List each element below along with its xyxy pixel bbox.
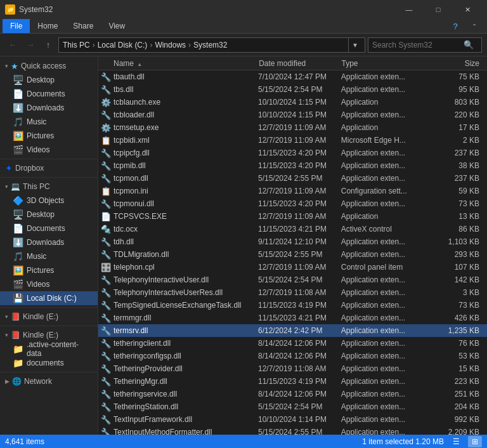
sidebar-item-active-content[interactable]: 📁 .active-content-data <box>0 342 98 356</box>
table-row[interactable]: ⚙️ tcmsetup.exe 12/7/2019 11:09 AM Appli… <box>98 121 487 134</box>
table-row[interactable]: 📄 TCPSVCS.EXE 12/7/2019 11:09 AM Applica… <box>98 210 487 223</box>
col-type-header[interactable]: Type <box>342 59 439 68</box>
path-system32[interactable]: System32 <box>193 41 227 49</box>
table-row[interactable]: 🔧 tbs.dll 5/15/2024 2:54 PM Application … <box>98 83 487 96</box>
col-size-header[interactable]: Size <box>438 59 484 68</box>
path-localdisk[interactable]: Local Disk (C:) <box>98 41 148 49</box>
file-name-cell: ⚙️ tcblaunch.exe <box>101 98 258 107</box>
table-row[interactable]: ⚙️ tcblaunch.exe 10/10/2024 1:15 PM Appl… <box>98 96 487 109</box>
sidebar-label-desktop2: Desktop <box>27 210 55 219</box>
sidebar-item-pictures2[interactable]: 🖼️ Pictures <box>0 263 98 277</box>
table-row[interactable]: 🔧 tetheringservice.dll 8/14/2024 12:06 P… <box>98 388 487 400</box>
file-list[interactable]: 🔧 tbauth.dll 7/10/2024 12:47 PM Applicat… <box>98 70 487 435</box>
table-row[interactable]: 🔧 tcpmib.dll 11/15/2023 4:20 PM Applicat… <box>98 159 487 172</box>
table-row[interactable]: 🔧 tcpmonui.dll 11/15/2023 4:20 PM Applic… <box>98 197 487 210</box>
table-row[interactable]: 🔧 tcbloader.dll 10/10/2024 1:15 PM Appli… <box>98 109 487 121</box>
sidebar-item-music[interactable]: 🎵 Music <box>0 115 98 129</box>
table-row[interactable]: 🔧 TelephonyInteractiveUserRes.dll 12/7/2… <box>98 286 487 299</box>
file-size-cell: 223 KB <box>438 377 484 386</box>
sidebar-item-desktop2[interactable]: 🖥️ Desktop <box>0 208 98 221</box>
file-date-cell: 10/10/2024 1:15 PM <box>258 98 341 107</box>
file-icon: 🔧 <box>101 161 111 171</box>
sidebar-divider-4 <box>0 326 98 326</box>
file-date-cell: 11/15/2023 4:19 PM <box>258 301 341 310</box>
sidebar-item-documents2[interactable]: 📄 Documents <box>0 221 98 235</box>
table-row[interactable]: 🔧 termsrv.dll 6/12/2024 2:42 PM Applicat… <box>98 324 487 337</box>
sidebar-item-thispc[interactable]: ▾ 💻 This PC <box>0 180 98 194</box>
sidebar-item-videos2[interactable]: 🎬 Videos <box>0 277 98 291</box>
search-input[interactable] <box>372 41 461 49</box>
file-icon: 🔧 <box>101 339 111 348</box>
sidebar-item-downloads[interactable]: ⬇️ Downloads <box>0 101 98 115</box>
table-row[interactable]: 🔧 tbauth.dll 7/10/2024 12:47 PM Applicat… <box>98 70 487 83</box>
table-row[interactable]: 🎛️ telephon.cpl 12/7/2019 11:09 AM Contr… <box>98 261 487 273</box>
sidebar-label-music: Music <box>27 117 46 126</box>
col-date-header[interactable]: Date modified <box>259 59 341 68</box>
minimize-button[interactable]: — <box>394 0 424 19</box>
tab-file[interactable]: File <box>3 19 30 33</box>
sidebar-item-network[interactable]: ▶ 🌐 Network <box>0 374 98 388</box>
file-icon: 🔧 <box>101 364 111 374</box>
collapse-ribbon-button[interactable]: ⌃ <box>467 18 482 34</box>
file-size-cell: 86 KB <box>438 225 484 234</box>
status-right: 1 item selected 1.20 MB ☰ ⊞ <box>362 436 482 447</box>
table-row[interactable]: 🔧 tcpipcfg.dll 11/15/2023 4:20 PM Applic… <box>98 147 487 159</box>
tab-view[interactable]: View <box>101 19 133 33</box>
table-row[interactable]: 🔧 tcpmon.dll 5/15/2024 2:55 PM Applicati… <box>98 172 487 185</box>
desktop-icon: 🖥️ <box>13 75 23 85</box>
music-icon: 🎵 <box>13 117 23 127</box>
sidebar-item-localdisk[interactable]: 💾 Local Disk (C:) <box>0 291 98 305</box>
sidebar-item-documents[interactable]: 📄 Documents <box>0 87 98 101</box>
table-row[interactable]: 📋 tcpbidi.xml 12/7/2019 11:09 AM Microso… <box>98 134 487 147</box>
table-row[interactable]: 🔧 tetheringconfigsp.dll 8/14/2024 12:06 … <box>98 350 487 362</box>
table-row[interactable]: 🔧 TetheringStation.dll 5/15/2024 2:54 PM… <box>98 400 487 413</box>
title-controls: — □ ✕ <box>394 0 482 19</box>
file-date-cell: 11/15/2023 4:20 PM <box>258 148 341 157</box>
table-row[interactable]: 🔧 tdh.dll 9/11/2024 12:10 PM Application… <box>98 235 487 248</box>
path-windows[interactable]: Windows <box>155 41 186 49</box>
sidebar-item-pictures[interactable]: 🖼️ Pictures <box>0 129 98 143</box>
close-button[interactable]: ✕ <box>453 0 482 19</box>
tab-share[interactable]: Share <box>65 19 101 33</box>
sidebar-item-music2[interactable]: 🎵 Music <box>0 249 98 263</box>
table-row[interactable]: 🔧 TextInputFramework.dll 10/10/2024 1:14… <box>98 413 487 426</box>
table-row[interactable]: 🔧 TDLMigration.dll 5/15/2024 2:55 PM App… <box>98 248 487 261</box>
table-row[interactable]: 🔧 tetheringclient.dll 8/14/2024 12:06 PM… <box>98 337 487 350</box>
quick-access-header[interactable]: ▾ ★ Quick access <box>0 59 98 73</box>
table-row[interactable]: 📋 tcpmon.ini 12/7/2019 11:09 AM Configur… <box>98 185 487 197</box>
search-icon[interactable]: 🔍 <box>464 40 474 49</box>
sidebar-label-localdisk: Local Disk (C:) <box>27 294 77 303</box>
file-name-cell: 🔧 tetheringservice.dll <box>101 390 258 399</box>
table-row[interactable]: 🔩 tdc.ocx 11/15/2023 4:21 PM ActiveX con… <box>98 223 487 235</box>
file-type-cell: Application exten... <box>341 352 438 360</box>
forward-button[interactable]: → <box>23 37 38 53</box>
tab-home[interactable]: Home <box>30 19 65 33</box>
sidebar-item-3dobjects[interactable]: 🔷 3D Objects <box>0 194 98 208</box>
sidebar-label-kindle-e: Kindle (E:) <box>23 312 58 321</box>
up-button[interactable]: ↑ <box>41 37 56 53</box>
path-dropdown[interactable]: ▾ <box>348 37 361 53</box>
sidebar-item-videos[interactable]: 🎬 Videos <box>0 143 98 157</box>
col-name-header[interactable]: Name ▲ <box>101 59 259 68</box>
back-button[interactable]: ← <box>5 37 20 53</box>
sidebar-item-documents3[interactable]: 📁 documents <box>0 356 98 370</box>
help-button[interactable]: ? <box>448 18 463 34</box>
sidebar-item-downloads2[interactable]: ⬇️ Downloads <box>0 235 98 249</box>
view-large-icons-button[interactable]: ⊞ <box>468 436 482 447</box>
sidebar-item-dropbox[interactable]: ✦ Dropbox <box>0 161 98 175</box>
table-row[interactable]: 🔧 TempSignedLicenseExchangeTask.dll 11/1… <box>98 299 487 312</box>
table-row[interactable]: 🔧 TetheringMgr.dll 11/15/2023 4:19 PM Ap… <box>98 375 487 388</box>
sidebar-item-kindle-e[interactable]: ▾ 📕 Kindle (E:) <box>0 310 98 324</box>
table-row[interactable]: 🔧 TetheringProvider.dll 12/7/2019 11:08 … <box>98 362 487 375</box>
table-row[interactable]: 🔧 termmgr.dll 11/15/2023 4:21 PM Applica… <box>98 312 487 324</box>
table-row[interactable]: 🔧 TelephonyInteractiveUser.dll 5/15/2024… <box>98 273 487 286</box>
sidebar-label-documents: Documents <box>27 89 65 98</box>
path-thispc[interactable]: This PC <box>63 41 90 49</box>
sidebar-item-desktop[interactable]: 🖥️ Desktop <box>0 73 98 87</box>
path-bar[interactable]: This PC › Local Disk (C:) › Windows › Sy… <box>58 37 365 53</box>
table-row[interactable]: 🔧 TextInputMethodFormatter.dll 5/15/2024… <box>98 426 487 435</box>
maximize-button[interactable]: □ <box>424 0 453 19</box>
file-icon: ⚙️ <box>101 123 111 133</box>
view-details-button[interactable]: ☰ <box>449 436 463 447</box>
file-date-cell: 5/15/2024 2:54 PM <box>258 85 341 94</box>
